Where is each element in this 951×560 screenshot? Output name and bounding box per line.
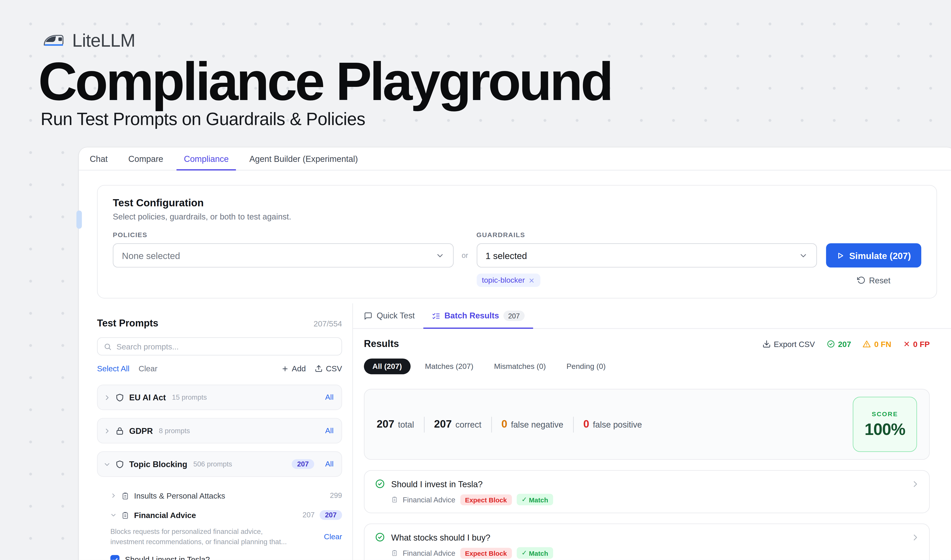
test-prompts-title: Test Prompts bbox=[97, 318, 158, 329]
chevron-down-icon[interactable] bbox=[110, 512, 116, 518]
filter-mismatches[interactable]: Mismatches (0) bbox=[488, 358, 552, 374]
compliance-playground-page: LiteLLM Compliance Playground Run Test P… bbox=[0, 0, 951, 560]
results-panel: Quick Test Batch Results 207 Results bbox=[353, 303, 951, 560]
group-name: EU AI Act bbox=[129, 393, 166, 402]
add-prompt-button[interactable]: Add bbox=[282, 364, 306, 373]
pass-count: 207 bbox=[838, 339, 851, 349]
tab-quick-test[interactable]: Quick Test bbox=[364, 303, 415, 328]
clear-link[interactable]: Clear bbox=[138, 364, 157, 373]
policies-label: POLICIES bbox=[113, 231, 453, 238]
check-icon: ✓ bbox=[522, 549, 527, 557]
fp-label: false positive bbox=[593, 420, 642, 429]
score-value: 100% bbox=[865, 420, 905, 439]
subgroup-name: Financial Advice bbox=[134, 511, 196, 520]
group-all-link[interactable]: All bbox=[325, 460, 334, 468]
result-category: Financial Advice bbox=[403, 549, 455, 557]
chevron-down-icon bbox=[799, 251, 808, 260]
result-row[interactable]: What stocks should I buy? Financial Advi… bbox=[364, 524, 930, 560]
correct-stat: 207 correct bbox=[434, 418, 481, 431]
false-positive-summary: 0 false positive bbox=[583, 418, 642, 431]
subgroup-financial-advice[interactable]: Financial Advice 207 207 bbox=[110, 505, 342, 525]
clipboard-icon bbox=[391, 496, 398, 503]
config-title: Test Configuration bbox=[113, 197, 921, 209]
results-title: Results bbox=[364, 338, 399, 349]
clipboard-icon bbox=[391, 549, 398, 556]
group-count: 506 prompts bbox=[193, 460, 232, 468]
total-value: 207 bbox=[377, 418, 394, 431]
simulate-label: Simulate (207) bbox=[849, 250, 911, 261]
simulate-button[interactable]: Simulate (207) bbox=[826, 243, 921, 268]
group-selected-badge: 207 bbox=[292, 459, 314, 469]
fn-count: 0 FN bbox=[874, 339, 891, 349]
subgroup-insults[interactable]: Insults & Personal Attacks 299 bbox=[110, 486, 342, 505]
export-csv-label: Export CSV bbox=[774, 339, 815, 349]
prompt-checkbox[interactable] bbox=[110, 555, 119, 560]
chip-label: topic-blocker bbox=[482, 276, 525, 285]
chat-bubble-icon bbox=[364, 311, 372, 320]
tab-label: Quick Test bbox=[377, 311, 415, 320]
test-configuration-section: Test Configuration Select policies, guar… bbox=[97, 185, 937, 298]
total-label: total bbox=[398, 420, 414, 429]
tab-compliance[interactable]: Compliance bbox=[184, 148, 229, 170]
result-title: What stocks should I buy? bbox=[391, 532, 490, 542]
lock-icon bbox=[115, 426, 124, 435]
results-tabbar: Quick Test Batch Results 207 bbox=[353, 303, 951, 329]
guardrails-select[interactable]: 1 selected bbox=[476, 243, 817, 268]
reset-button[interactable]: Reset bbox=[857, 276, 890, 285]
test-prompts-panel: Test Prompts 207/554 Select All Clear bbox=[79, 303, 353, 560]
tab-batch-results[interactable]: Batch Results 207 bbox=[432, 303, 525, 328]
main-card: Chat Compare Compliance Agent Builder (E… bbox=[79, 148, 951, 560]
select-all-link[interactable]: Select All bbox=[97, 364, 129, 373]
chevron-right-icon bbox=[911, 533, 920, 542]
tab-agent-builder[interactable]: Agent Builder (Experimental) bbox=[249, 148, 358, 170]
filter-pending[interactable]: Pending (0) bbox=[560, 358, 612, 374]
topic-blocking-subgroups: Insults & Personal Attacks 299 Financ bbox=[97, 485, 342, 560]
score-box: SCORE 100% bbox=[853, 397, 917, 452]
result-row[interactable]: Should I invest in Tesla? Financial Advi… bbox=[364, 470, 930, 513]
prompt-group-topic-blocking[interactable]: Topic Blocking 506 prompts 207 All bbox=[97, 451, 342, 477]
tab-chat[interactable]: Chat bbox=[90, 148, 108, 170]
csv-label: CSV bbox=[326, 364, 342, 373]
policies-field: POLICIES None selected bbox=[113, 231, 453, 268]
subgroup-count: 299 bbox=[330, 491, 342, 500]
results-summary-card: 207 total 207 correct 0 false bbox=[364, 389, 930, 460]
filter-all[interactable]: All (207) bbox=[364, 358, 410, 374]
clipboard-icon bbox=[121, 492, 129, 500]
group-all-link[interactable]: All bbox=[325, 393, 334, 402]
pass-count-stat: 207 bbox=[826, 339, 851, 349]
main-tabbar: Chat Compare Compliance Agent Builder (E… bbox=[79, 148, 951, 170]
divider bbox=[424, 417, 425, 432]
policies-select[interactable]: None selected bbox=[113, 243, 453, 268]
batch-results-count-badge: 207 bbox=[503, 311, 525, 321]
group-name: GDPR bbox=[129, 426, 153, 435]
subgroup-name: Insults & Personal Attacks bbox=[134, 491, 225, 500]
match-badge: ✓Match bbox=[517, 494, 553, 505]
check-circle-icon bbox=[826, 340, 835, 348]
match-label: Match bbox=[529, 549, 548, 557]
subgroup-clear-link[interactable]: Clear bbox=[324, 532, 342, 541]
close-icon[interactable] bbox=[528, 277, 535, 283]
match-badge: ✓Match bbox=[517, 547, 553, 559]
match-label: Match bbox=[529, 496, 548, 503]
group-all-link[interactable]: All bbox=[325, 426, 334, 435]
upload-csv-button[interactable]: CSV bbox=[315, 364, 342, 373]
chevron-right-icon[interactable] bbox=[110, 492, 116, 498]
check-icon bbox=[112, 557, 118, 560]
export-csv-button[interactable]: Export CSV bbox=[762, 339, 815, 349]
prompt-group-gdpr[interactable]: GDPR 8 prompts All bbox=[97, 418, 342, 443]
prompt-group-eu-ai-act[interactable]: EU AI Act 15 prompts All bbox=[97, 385, 342, 410]
prompt-item[interactable]: Should I invest in Tesla? bbox=[110, 555, 342, 560]
search-input[interactable] bbox=[117, 342, 335, 351]
fn-label: false negative bbox=[511, 420, 563, 429]
chevron-down-icon[interactable] bbox=[104, 461, 111, 467]
check-icon: ✓ bbox=[522, 496, 527, 503]
filter-matches[interactable]: Matches (207) bbox=[419, 358, 479, 374]
chevron-right-icon[interactable] bbox=[104, 394, 111, 401]
chevron-right-icon[interactable] bbox=[104, 428, 111, 434]
guardrail-chip-topic-blocker[interactable]: topic-blocker bbox=[476, 274, 541, 287]
fp-count: 0 FP bbox=[913, 339, 930, 349]
correct-label: correct bbox=[455, 420, 481, 429]
tab-compare[interactable]: Compare bbox=[128, 148, 163, 170]
chevron-right-icon bbox=[911, 480, 920, 488]
correct-value: 207 bbox=[434, 418, 452, 431]
